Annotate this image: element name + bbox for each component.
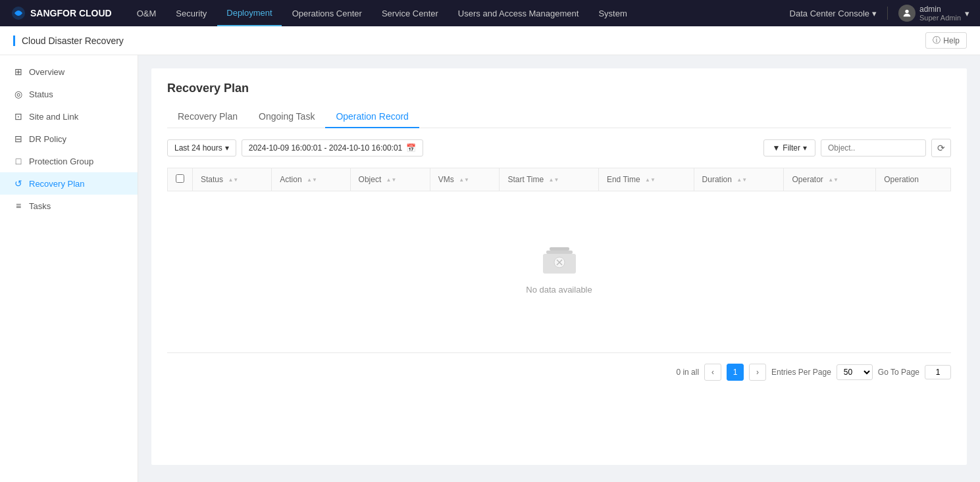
nav-item-users[interactable]: Users and Access Management	[449, 0, 588, 26]
nav-divider	[887, 7, 888, 20]
nav-right-section: Data Center Console ▾ admin Super Admin …	[790, 5, 969, 22]
tabs: Recovery Plan Ongoing Task Operation Rec…	[167, 106, 951, 128]
sort-icon-action[interactable]: ▲▼	[307, 178, 317, 183]
sort-icon-end[interactable]: ▲▼	[645, 178, 656, 183]
status-icon: ◎	[13, 89, 24, 99]
empty-text: No data available	[526, 285, 592, 295]
col-status: Status ▲▼	[193, 168, 272, 191]
sort-icon-status[interactable]: ▲▼	[228, 178, 238, 183]
main-layout: ⊞ Overview ◎ Status ⊡ Site and Link ⊟ DR…	[0, 55, 980, 482]
col-start-time: Start Time ▲▼	[500, 168, 599, 191]
user-chevron-icon: ▾	[965, 9, 969, 18]
col-operator: Operator ▲▼	[784, 168, 876, 191]
data-table: Status ▲▼ Action ▲▼ Object ▲▼ VMs	[167, 168, 951, 191]
tab-ongoing-task[interactable]: Ongoing Task	[248, 106, 325, 128]
date-range-picker[interactable]: 2024-10-09 16:00:01 - 2024-10-10 16:00:0…	[242, 139, 424, 157]
tab-operation-record[interactable]: Operation Record	[325, 106, 419, 128]
recovery-icon: ↺	[13, 178, 24, 189]
time-chevron-icon: ▾	[225, 143, 229, 153]
entries-per-page-label: Entries Per Page	[771, 368, 831, 377]
no-data-icon	[540, 244, 579, 277]
col-duration: Duration ▲▼	[694, 168, 784, 191]
toolbar: Last 24 hours ▾ 2024-10-09 16:00:01 - 20…	[167, 139, 951, 157]
total-count: 0 in all	[676, 368, 699, 377]
nav-item-operations[interactable]: Operations Center	[283, 0, 371, 26]
content-area: Recovery Plan Recovery Plan Ongoing Task…	[138, 55, 980, 482]
top-navigation: SANGFOR CLOUD O&M Security Deployment Op…	[0, 0, 980, 26]
svg-rect-3	[546, 251, 573, 254]
sidebar-item-status[interactable]: ◎ Status	[0, 83, 138, 105]
sidebar-item-protection-group[interactable]: □ Protection Group	[0, 150, 138, 172]
filter-button[interactable]: ▼ Filter ▾	[763, 139, 815, 157]
calendar-icon: 📅	[406, 143, 416, 153]
nav-menu: O&M Security Deployment Operations Cente…	[128, 0, 790, 26]
goto-page-input[interactable]	[925, 365, 951, 379]
nav-item-system[interactable]: System	[589, 0, 636, 26]
grid-icon: ⊞	[13, 66, 24, 77]
table-header: Status ▲▼ Action ▲▼ Object ▲▼ VMs	[168, 168, 951, 191]
col-end-time: End Time ▲▼	[598, 168, 694, 191]
next-page-button[interactable]: ›	[749, 364, 766, 381]
sidebar-item-site-link[interactable]: ⊡ Site and Link	[0, 105, 138, 128]
brand-name: SANGFOR CLOUD	[30, 8, 112, 18]
sort-icon-object[interactable]: ▲▼	[386, 178, 397, 183]
brand-logo[interactable]: SANGFOR CLOUD	[11, 5, 112, 21]
site-icon: ⊡	[13, 111, 24, 122]
nav-item-om[interactable]: O&M	[128, 0, 166, 26]
pagination: 0 in all ‹ 1 › Entries Per Page 50 100 2…	[167, 352, 951, 381]
group-icon: □	[13, 156, 24, 166]
tasks-icon: ≡	[13, 201, 24, 211]
user-details: admin Super Admin	[919, 5, 961, 22]
tab-recovery-plan[interactable]: Recovery Plan	[167, 106, 248, 128]
filter-chevron-icon: ▾	[803, 143, 807, 153]
col-object: Object ▲▼	[350, 168, 430, 191]
policy-icon: ⊟	[13, 133, 24, 144]
svg-point-1	[905, 10, 908, 13]
nav-item-service[interactable]: Service Center	[373, 0, 448, 26]
page-size-select[interactable]: 50 100 200	[837, 364, 873, 380]
help-icon: ⓘ	[933, 35, 941, 46]
page-card: Recovery Plan Recovery Plan Ongoing Task…	[151, 68, 967, 465]
page-title: Recovery Plan	[167, 82, 951, 95]
avatar	[898, 5, 916, 22]
sort-icon-duration[interactable]: ▲▼	[736, 178, 747, 183]
goto-label: Go To Page	[878, 368, 919, 377]
sidebar-item-tasks[interactable]: ≡ Tasks	[0, 195, 138, 217]
prev-page-button[interactable]: ‹	[704, 364, 721, 381]
sidebar-item-recovery-plan[interactable]: ↺ Recovery Plan	[0, 172, 138, 195]
col-vms: VMs ▲▼	[430, 168, 500, 191]
page-1-button[interactable]: 1	[727, 364, 744, 381]
header-checkbox-col	[168, 168, 193, 191]
page-breadcrumb: Cloud Disaster Recovery	[13, 36, 124, 46]
select-all-checkbox[interactable]	[176, 174, 184, 183]
nav-item-deployment[interactable]: Deployment	[217, 0, 281, 26]
col-action: Action ▲▼	[272, 168, 350, 191]
sub-header: Cloud Disaster Recovery ⓘ Help	[0, 26, 980, 55]
sidebar-item-overview[interactable]: ⊞ Overview	[0, 60, 138, 83]
sort-icon-vms[interactable]: ▲▼	[459, 178, 469, 183]
help-button[interactable]: ⓘ Help	[925, 32, 967, 49]
col-operation: Operation	[876, 168, 951, 191]
user-menu[interactable]: admin Super Admin ▾	[898, 5, 969, 22]
nav-item-security[interactable]: Security	[167, 0, 216, 26]
chevron-down-icon: ▾	[872, 9, 877, 18]
sidebar: ⊞ Overview ◎ Status ⊡ Site and Link ⊟ DR…	[0, 55, 138, 482]
filter-icon: ▼	[772, 143, 780, 153]
search-input[interactable]	[821, 139, 926, 157]
time-range-select[interactable]: Last 24 hours ▾	[167, 139, 236, 157]
datacenter-selector[interactable]: Data Center Console ▾	[790, 9, 877, 18]
sort-icon-operator[interactable]: ▲▼	[828, 178, 838, 183]
refresh-button[interactable]: ⟳	[931, 139, 951, 157]
sidebar-item-dr-policy[interactable]: ⊟ DR Policy	[0, 128, 138, 150]
svg-rect-4	[550, 247, 569, 251]
empty-state: No data available	[167, 191, 951, 347]
sort-icon-start[interactable]: ▲▼	[548, 178, 559, 183]
